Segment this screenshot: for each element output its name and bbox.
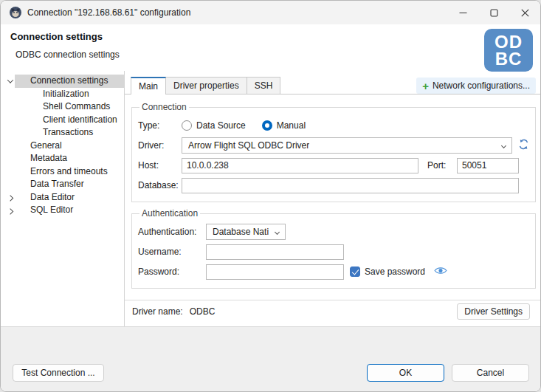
dialog-header: Connection settings ODBC connection sett… xyxy=(1,24,540,71)
host-input[interactable] xyxy=(182,158,418,173)
connection-config-dialog: Connection "192.168.68.61" configuration… xyxy=(0,0,541,392)
database-row: Database: xyxy=(138,177,519,193)
database-label: Database: xyxy=(138,180,182,190)
chevron-right-icon[interactable] xyxy=(6,208,15,213)
sidebar-item-connection-settings[interactable]: Connection settings xyxy=(1,75,124,88)
driver-row: Driver: Arrow Flight SQL ODBC Driver xyxy=(138,137,529,154)
authentication-select[interactable]: Database Native xyxy=(206,224,286,240)
chevron-down-icon xyxy=(275,230,280,235)
page-title: Connection settings xyxy=(10,31,103,42)
data-source-radio[interactable] xyxy=(182,120,192,131)
driver-label: Driver: xyxy=(138,140,182,151)
sidebar-item-metadata[interactable]: Metadata xyxy=(1,152,124,165)
manual-radio[interactable] xyxy=(262,120,272,131)
host-row: Host: Port: xyxy=(138,157,519,173)
main-panel: Main Driver properties SSH + Network con… xyxy=(125,71,540,328)
username-row: Username: xyxy=(138,244,529,260)
port-label: Port: xyxy=(427,160,452,171)
host-label: Host: xyxy=(138,160,182,171)
sidebar-item-shell-commands[interactable]: Shell Commands xyxy=(1,100,124,114)
minimize-icon[interactable] xyxy=(447,1,478,24)
driver-name-label: Driver name: xyxy=(132,306,183,317)
title-bar: Connection "192.168.68.61" configuration xyxy=(1,1,540,24)
authentication-row: Authentication: Database Native xyxy=(138,224,529,240)
tab-ssh[interactable]: SSH xyxy=(247,77,281,94)
sidebar-item-client-identification[interactable]: Client identification xyxy=(1,114,124,127)
show-password-icon[interactable] xyxy=(434,266,447,278)
password-row: Password: Save password xyxy=(138,264,529,280)
type-label: Type: xyxy=(138,120,182,131)
username-input[interactable] xyxy=(206,244,344,260)
settings-tree: Connection settings Initialization Shell… xyxy=(1,71,125,328)
chevron-right-icon[interactable] xyxy=(6,195,15,199)
cancel-button[interactable]: Cancel xyxy=(452,364,529,382)
ok-button[interactable]: OK xyxy=(367,364,444,382)
dialog-footer: Test Connection ... OK Cancel xyxy=(1,326,540,391)
password-label: Password: xyxy=(138,267,206,277)
username-label: Username: xyxy=(138,247,206,257)
network-configurations-button[interactable]: + Network configurations... xyxy=(416,78,536,94)
sidebar-item-data-editor[interactable]: Data Editor xyxy=(1,191,124,204)
database-input[interactable] xyxy=(182,178,519,193)
manual-radio-label[interactable]: Manual xyxy=(277,120,306,131)
driver-reload-icon[interactable] xyxy=(518,139,529,152)
driver-settings-button[interactable]: Driver Settings xyxy=(457,303,530,320)
dialog-body: Connection settings Initialization Shell… xyxy=(1,71,540,328)
window-controls xyxy=(447,1,540,24)
sidebar-item-errors-and-timeouts[interactable]: Errors and timeouts xyxy=(1,165,124,179)
odbc-logo-line2: BC xyxy=(495,50,523,67)
window-title: Connection "192.168.68.61" configuration xyxy=(27,7,447,18)
save-password-label[interactable]: Save password xyxy=(365,267,425,277)
authentication-label: Authentication: xyxy=(138,227,206,237)
sidebar-item-initialization[interactable]: Initialization xyxy=(1,88,124,101)
close-icon[interactable] xyxy=(509,1,540,24)
connection-group: Connection Type: Data Source Manual Driv… xyxy=(131,102,536,202)
page-subtitle: ODBC connection settings xyxy=(15,49,120,60)
save-password-checkbox[interactable] xyxy=(350,267,360,277)
sidebar-item-transactions[interactable]: Transactions xyxy=(1,126,124,140)
authentication-group: Authentication Authentication: Database … xyxy=(131,208,536,289)
odbc-logo-line1: OD xyxy=(495,33,523,50)
authentication-group-legend: Authentication xyxy=(139,208,200,219)
sidebar-item-data-transfer[interactable]: Data Transfer xyxy=(1,178,124,191)
chevron-down-icon xyxy=(501,143,506,148)
port-input[interactable] xyxy=(457,158,519,173)
odbc-logo: OD BC xyxy=(484,29,533,72)
test-connection-button[interactable]: Test Connection ... xyxy=(13,364,104,382)
tab-main[interactable]: Main xyxy=(131,77,166,94)
data-source-radio-label[interactable]: Data Source xyxy=(196,120,246,131)
connection-group-legend: Connection xyxy=(139,102,189,112)
sidebar-item-sql-editor[interactable]: SQL Editor xyxy=(1,204,124,217)
driver-select[interactable]: Arrow Flight SQL ODBC Driver xyxy=(182,137,512,154)
driver-name-value: ODBC xyxy=(190,306,216,317)
tab-driver-properties[interactable]: Driver properties xyxy=(165,77,247,94)
maximize-icon[interactable] xyxy=(478,1,509,24)
sidebar-item-general[interactable]: General xyxy=(1,140,124,153)
tab-bar: Main Driver properties SSH + Network con… xyxy=(125,77,540,94)
type-row: Type: Data Source Manual xyxy=(138,117,519,134)
app-icon xyxy=(10,7,21,18)
chevron-down-icon[interactable] xyxy=(6,79,15,83)
plus-icon: + xyxy=(422,80,429,92)
password-input[interactable] xyxy=(206,264,344,280)
driver-name-strip: Driver name: ODBC Driver Settings xyxy=(125,300,540,323)
